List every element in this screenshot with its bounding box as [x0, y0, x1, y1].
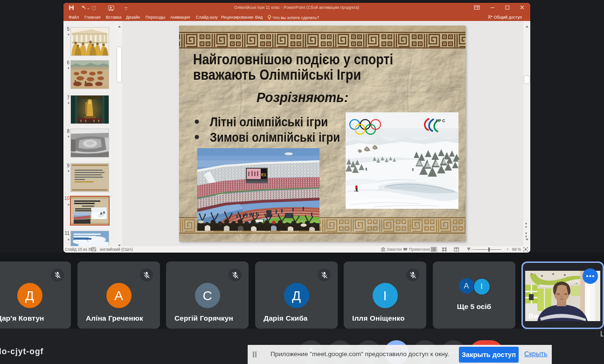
svg-text:IPC: IPC: [436, 118, 446, 123]
svg-text:Літні олімпійські ігри: Літні олімпійські ігри: [210, 115, 328, 129]
svg-text:Зимові олімпійські ігри: Зимові олімпійські ігри: [210, 130, 340, 144]
svg-text:Розрізняють:: Розрізняють:: [257, 90, 348, 105]
svg-text:E1: E1: [261, 172, 266, 177]
svg-text:Найголовнішою подією у спорті: Найголовнішою подією у спорті: [193, 51, 393, 68]
svg-text:вважають Олімпійські Ігри: вважають Олімпійські Ігри: [193, 67, 361, 83]
